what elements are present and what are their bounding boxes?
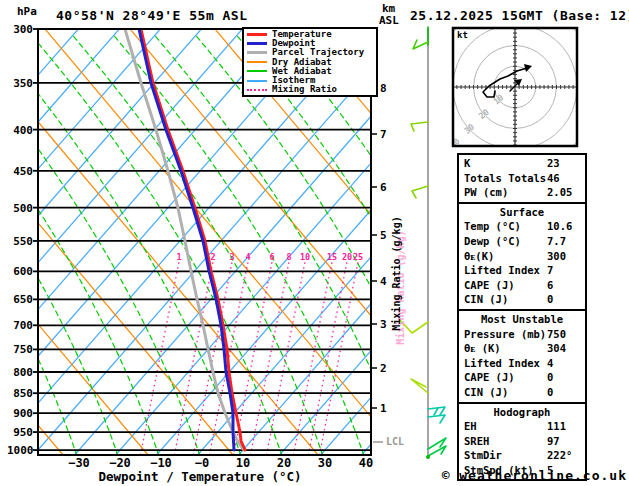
mixing-ratio-label: 20 xyxy=(342,252,352,262)
table-row-value: 222° xyxy=(547,448,572,463)
pressure-tick-label: 850 xyxy=(7,387,33,400)
mixing-ratio-label: 8 xyxy=(286,252,291,262)
table-row: EH111 xyxy=(459,419,585,434)
table-row-label: StmDir xyxy=(464,449,502,461)
pressure-tick-label: 300 xyxy=(7,23,33,36)
temp-tick-label: 10 xyxy=(236,456,250,470)
asl-axis-unit: ASL xyxy=(379,14,399,27)
table-row: Lifted Index4 xyxy=(459,356,585,371)
km-tick-label: 2 xyxy=(380,362,387,375)
table-row: StmDir222° xyxy=(459,448,585,463)
table-row: Pressure (mb)750 xyxy=(459,327,585,342)
table-row-value: 23 xyxy=(547,156,560,171)
table-row-value: 7 xyxy=(547,263,553,278)
table-section: K23Totals Totals46PW (cm)2.05 xyxy=(459,155,585,202)
legend-box: TemperatureDewpointParcel TrajectoryDry … xyxy=(242,27,378,97)
legend-line-swatch xyxy=(247,42,267,45)
mixing-ratio-label: 6 xyxy=(269,252,274,262)
lcl-label: LCL xyxy=(386,436,404,447)
table-row-value: 97 xyxy=(547,434,560,449)
table-row-value: 4 xyxy=(547,356,553,371)
legend-line-swatch xyxy=(247,70,267,72)
table-row-label: PW (cm) xyxy=(464,186,508,198)
temp-tick-label: 20 xyxy=(277,456,291,470)
datetime-title: 25.12.2025 15GMT (Base: 12) xyxy=(410,8,629,23)
table-row-value: 7.7 xyxy=(547,234,566,249)
table-row-label: EH xyxy=(464,420,477,432)
table-row: CIN (J)0 xyxy=(459,385,585,400)
legend-line-swatch xyxy=(247,89,267,91)
pressure-tick-label: 500 xyxy=(7,202,33,215)
table-row-label: Dewp (°C) xyxy=(464,235,521,247)
temp-tick-label: 30 xyxy=(318,456,332,470)
table-row-label: CAPE (J) xyxy=(464,371,515,383)
table-row: Totals Totals46 xyxy=(459,171,585,186)
table-row-value: 300 xyxy=(547,249,566,264)
pressure-tick-label: 600 xyxy=(7,265,33,278)
temp-tick-label: −20 xyxy=(109,456,131,470)
table-row-value: 304 xyxy=(547,341,566,356)
x-axis-title: Dewpoint / Temperature (°C) xyxy=(98,469,301,484)
pressure-tick-label: 700 xyxy=(7,319,33,332)
table-row-label: CAPE (J) xyxy=(464,279,515,291)
table-row: PW (cm)2.05 xyxy=(459,185,585,200)
indices-table: K23Totals Totals46PW (cm)2.05SurfaceTemp… xyxy=(457,153,587,481)
table-row: CAPE (J)6 xyxy=(459,278,585,293)
station-title: 40°58'N 28°49'E 55m ASL xyxy=(56,8,248,23)
table-row-label: Pressure (mb) xyxy=(464,328,546,340)
table-section-header: Surface xyxy=(459,205,585,220)
table-row-value: 46 xyxy=(547,171,560,186)
table-row-label: CIN (J) xyxy=(464,293,508,305)
temp-tick-label: −0 xyxy=(195,456,209,470)
table-row-value: 0 xyxy=(547,292,553,307)
hodograph-kt-label: kt xyxy=(457,30,468,40)
table-row-label: SREH xyxy=(464,435,489,447)
legend-line-swatch xyxy=(247,51,267,54)
table-row-value: 111 xyxy=(547,419,566,434)
table-row: Lifted Index7 xyxy=(459,263,585,278)
mixing-ratio-label: 4 xyxy=(245,252,250,262)
legend-line-swatch xyxy=(247,33,267,36)
mixing-ratio-label: 2 xyxy=(210,252,215,262)
pressure-tick-label: 400 xyxy=(7,124,33,137)
temp-tick-label: −30 xyxy=(68,456,90,470)
km-tick-label: 3 xyxy=(380,318,387,331)
table-row-label: Temp (°C) xyxy=(464,220,521,232)
pressure-tick-label: 900 xyxy=(7,407,33,420)
pressure-tick-label: 950 xyxy=(7,426,33,439)
table-row: θᴇ (K)304 xyxy=(459,341,585,356)
table-row: K23 xyxy=(459,156,585,171)
km-tick-label: 8 xyxy=(380,82,387,95)
mixing-ratio-label: 25 xyxy=(353,252,363,262)
mixing-ratio-axis-label: Mixing Ratio (g/kg) xyxy=(391,204,402,344)
table-section: SurfaceTemp (°C)10.6Dewp (°C)7.7θᴇ(K)300… xyxy=(459,202,585,309)
table-row-value: 0 xyxy=(547,370,553,385)
table-row: CAPE (J)0 xyxy=(459,370,585,385)
table-row: Temp (°C)10.6 xyxy=(459,219,585,234)
table-row: CIN (J)0 xyxy=(459,292,585,307)
table-row-value: 0 xyxy=(547,385,553,400)
pressure-tick-label: 750 xyxy=(7,343,33,356)
pressure-tick-label: 350 xyxy=(7,77,33,90)
table-row-label: K xyxy=(464,157,470,169)
mixing-ratio-label: 3 xyxy=(229,252,234,262)
table-section: Most UnstablePressure (mb)750θᴇ (K)304Li… xyxy=(459,309,585,402)
table-row-label: Totals Totals xyxy=(464,172,546,184)
mixing-ratio-label: 1 xyxy=(176,252,181,262)
legend-item: Mixing Ratio xyxy=(247,85,373,94)
pressure-tick-label: 450 xyxy=(7,165,33,178)
table-row-value: 2.05 xyxy=(547,185,572,200)
table-section-header: Hodograph xyxy=(459,405,585,420)
table-row-label: Lifted Index xyxy=(464,264,540,276)
skewt-sounding-page: 10203040 hPa 40°58'N 28°49'E 55m ASL 25.… xyxy=(0,0,629,486)
km-tick-label: 1 xyxy=(380,402,387,415)
km-tick-label: 4 xyxy=(380,275,387,288)
table-section-header: Most Unstable xyxy=(459,312,585,327)
table-row-label: Lifted Index xyxy=(464,357,540,369)
table-row: SREH97 xyxy=(459,434,585,449)
table-row-value: 750 xyxy=(547,327,566,342)
km-tick-label: 6 xyxy=(380,181,387,194)
watermark: © weatheronline.co.uk xyxy=(442,468,627,483)
table-row-label: θᴇ (K) xyxy=(464,342,501,354)
table-row-value: 10.6 xyxy=(547,219,572,234)
